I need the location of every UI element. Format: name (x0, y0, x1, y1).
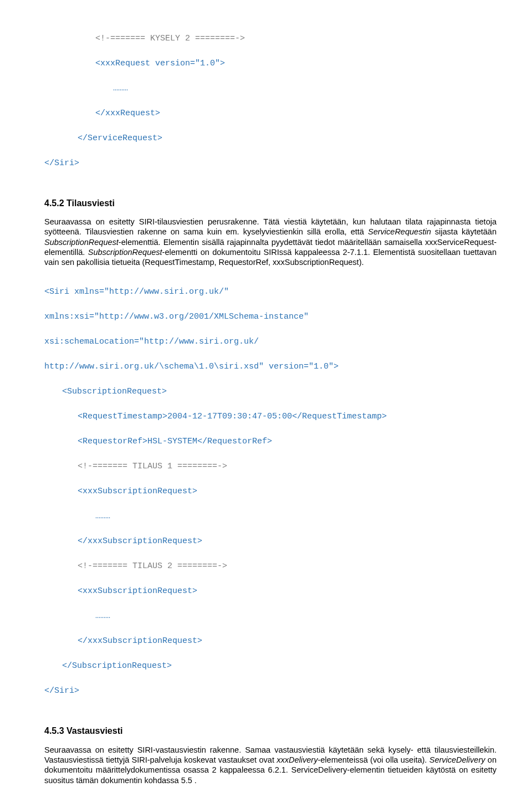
text-italic: xxxDelivery (277, 755, 318, 764)
code-line: </xxxRequest> (44, 108, 497, 120)
code-line: <xxxSubscriptionRequest> (44, 486, 497, 498)
code-line: ……… (44, 610, 497, 623)
text-italic: SubscriptionRequest (44, 238, 119, 247)
code-line: </Siri> (44, 685, 497, 698)
code-line: <!-======= TILAUS 2 ========-> (44, 560, 497, 573)
code-line: <RequestorRef>HSL-SYSTEM</RequestorRef> (44, 436, 497, 448)
paragraph-453: Seuraavassa on esitetty SIRI-vastausvies… (44, 745, 497, 785)
code-block-2: <Siri xmlns="http://www.siri.org.uk/" xm… (44, 274, 497, 711)
code-line: </xxxSubscriptionRequest> (44, 635, 497, 648)
code-line: <RequestTimestamp>2004-12-17T09:30:47-05… (44, 411, 497, 423)
code-line: </Siri> (44, 157, 497, 170)
code-line: ……… (44, 83, 497, 95)
code-line: <!-======= TILAUS 1 ========-> (44, 461, 497, 473)
code-block-1: <!-======= KYSELY 2 ========-> <xxxReque… (44, 20, 497, 182)
text-span: -elementeissä (voi olla useita). (318, 755, 429, 764)
code-line: http://www.siri.org.uk/\schema\1.0\siri.… (44, 361, 497, 374)
heading-453: 4.5.3 Vastausviesti (44, 725, 497, 737)
code-line: <Siri xmlns="http://www.siri.org.uk/" (44, 286, 497, 299)
code-line: <SubscriptionRequest> (44, 386, 497, 398)
text-italic: SubscriptionRequest (88, 248, 162, 257)
text-italic: ServiceDelivery (429, 755, 485, 764)
code-line: </SubscriptionRequest> (44, 660, 497, 673)
code-line: xmlns:xsi="http://www.w3.org/2001/XMLSch… (44, 311, 497, 324)
code-line: ……… (44, 510, 497, 523)
code-line: <xxxRequest version="1.0"> (44, 58, 497, 70)
paragraph-452: Seuraavassa on esitetty SIRI-tilausviest… (44, 217, 497, 267)
code-line: <!-======= KYSELY 2 ========-> (44, 33, 497, 45)
text-italic: ServiceRequestin (368, 227, 431, 236)
code-line: </xxxSubscriptionRequest> (44, 535, 497, 548)
code-line: xsi:schemaLocation="http://www.siri.org.… (44, 336, 497, 349)
code-line: </ServiceRequest> (44, 132, 497, 145)
heading-452: 4.5.2 Tilausviesti (44, 198, 497, 210)
text-span: sijasta käytetään (431, 227, 497, 236)
code-line: <xxxSubscriptionRequest> (44, 585, 497, 598)
